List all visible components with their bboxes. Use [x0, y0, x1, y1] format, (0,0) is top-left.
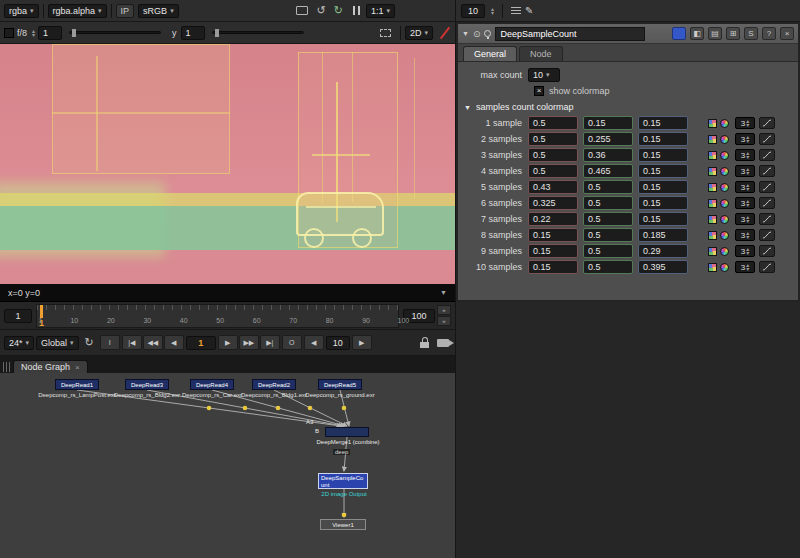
input-process-toggle[interactable]: IP: [116, 4, 135, 18]
sample-b-field[interactable]: 0.29: [638, 244, 688, 258]
color-wheel-icon[interactable]: [720, 199, 729, 208]
color-wheel-icon[interactable]: [720, 167, 729, 176]
tab-general[interactable]: General: [463, 46, 517, 61]
range-start-field[interactable]: 1: [4, 309, 32, 323]
sample-b-field[interactable]: 0.15: [638, 180, 688, 194]
group-collapse-icon[interactable]: ▼: [464, 104, 471, 111]
update-icon[interactable]: ↻: [334, 4, 343, 17]
animation-curve-button[interactable]: [759, 213, 775, 225]
deepread-node[interactable]: DeepRead4: [190, 379, 234, 390]
sample-g-field[interactable]: 0.255: [583, 132, 633, 146]
channel-count-control[interactable]: 3 ▴▾: [735, 245, 755, 257]
view-mode-dropdown[interactable]: 2D ▾: [405, 26, 433, 40]
color-swatch-icon[interactable]: [708, 247, 717, 256]
zoom-dropdown[interactable]: 1:1 ▾: [366, 4, 395, 18]
sample-r-field[interactable]: 0.15: [528, 244, 578, 258]
color-wheel-icon[interactable]: [720, 263, 729, 272]
animation-curve-button[interactable]: [759, 197, 775, 209]
animation-curve-button[interactable]: [759, 133, 775, 145]
playback-back-button[interactable]: ◀◀: [143, 335, 163, 350]
sample-r-field[interactable]: 0.5: [528, 148, 578, 162]
sample-b-field[interactable]: 0.15: [638, 212, 688, 226]
color-swatch-icon[interactable]: [708, 167, 717, 176]
animation-curve-button[interactable]: [759, 181, 775, 193]
animation-curve-button[interactable]: [759, 245, 775, 257]
node-color-swatch-button[interactable]: [672, 27, 686, 40]
color-wheel-icon[interactable]: [720, 215, 729, 224]
set-in-button[interactable]: I: [100, 335, 120, 350]
tab-node[interactable]: Node: [519, 46, 563, 61]
channel-count-control[interactable]: 3 ▴▾: [735, 229, 755, 241]
deepread-node[interactable]: DeepRead1: [55, 379, 99, 390]
color-wheel-icon[interactable]: [720, 135, 729, 144]
channel-count-control[interactable]: 3 ▴▾: [735, 117, 755, 129]
max-panels-field[interactable]: 10: [461, 4, 485, 18]
deepread-node[interactable]: DeepRead3: [125, 379, 169, 390]
pause-icon[interactable]: [353, 6, 360, 15]
bulb-icon[interactable]: [484, 30, 491, 37]
playback-fwd-button[interactable]: ▶▶: [239, 335, 259, 350]
viewer-process-dropdown[interactable]: sRGB ▾: [138, 4, 179, 18]
sample-g-field[interactable]: 0.15: [583, 116, 633, 130]
sample-r-field[interactable]: 0.15: [528, 228, 578, 242]
sample-r-field[interactable]: 0.43: [528, 180, 578, 194]
channel-count-control[interactable]: 3 ▴▾: [735, 149, 755, 161]
fstop-control[interactable]: f/8: [17, 28, 27, 38]
center-node-icon[interactable]: ⊙: [473, 29, 481, 39]
frame-increment-field[interactable]: 10: [326, 336, 350, 350]
range-mode-dropdown[interactable]: Global ▾: [36, 336, 79, 350]
color-swatch-icon[interactable]: [708, 151, 717, 160]
range-up-button[interactable]: «: [437, 305, 451, 315]
refresh-icon[interactable]: ↺: [317, 4, 326, 17]
playback-back-button[interactable]: |◀: [122, 335, 142, 350]
color-swatch-icon[interactable]: [708, 231, 717, 240]
decrement-button[interactable]: ◀: [304, 335, 324, 350]
sample-b-field[interactable]: 0.15: [638, 196, 688, 210]
color-swatch-icon[interactable]: [708, 119, 717, 128]
color-wheel-icon[interactable]: [720, 183, 729, 192]
sample-g-field[interactable]: 0.465: [583, 164, 633, 178]
increment-button[interactable]: ▶: [352, 335, 372, 350]
slider-handle[interactable]: [72, 29, 76, 37]
gamma-slider[interactable]: [212, 31, 304, 34]
viewer-canvas[interactable]: [0, 44, 455, 284]
alpha-channel-dropdown[interactable]: rgba.alpha ▾: [48, 4, 107, 18]
info-dropdown-icon[interactable]: ▼: [440, 289, 447, 296]
sample-b-field[interactable]: 0.185: [638, 228, 688, 242]
animation-curve-button[interactable]: [759, 261, 775, 273]
color-swatch-icon[interactable]: [708, 135, 717, 144]
monitor-icon[interactable]: [296, 6, 308, 15]
color-swatch-icon[interactable]: [708, 199, 717, 208]
sample-g-field[interactable]: 0.5: [583, 212, 633, 226]
sample-b-field[interactable]: 0.15: [638, 116, 688, 130]
expand-panel-icon[interactable]: ⊞: [726, 27, 740, 40]
deepsamplecount-node[interactable]: DeepSampleCount: [318, 473, 368, 489]
collapse-panel-icon[interactable]: ▼: [462, 30, 469, 37]
color-wheel-icon[interactable]: [720, 119, 729, 128]
mask-disabled-icon[interactable]: [439, 27, 451, 39]
channel-count-control[interactable]: 3 ▴▾: [735, 133, 755, 145]
current-frame-field[interactable]: 1: [186, 336, 216, 350]
pane-grip-icon[interactable]: [3, 362, 10, 372]
color-wheel-icon[interactable]: [720, 247, 729, 256]
channel-count-control[interactable]: 3 ▴▾: [735, 261, 755, 273]
deepread-node[interactable]: DeepRead2: [252, 379, 296, 390]
help-button[interactable]: ?: [762, 27, 776, 40]
sample-g-field[interactable]: 0.5: [583, 244, 633, 258]
playback-back-button[interactable]: ◀: [164, 335, 184, 350]
timeline-ruler[interactable]: 1 1102030405060708090100: [36, 304, 399, 328]
viewer1-node[interactable]: Viewer1: [320, 519, 366, 530]
color-wheel-icon[interactable]: [720, 151, 729, 160]
sample-b-field[interactable]: 0.15: [638, 132, 688, 146]
animation-curve-button[interactable]: [759, 229, 775, 241]
set-out-button[interactable]: O: [282, 335, 302, 350]
spinner-icon[interactable]: ▴▾: [491, 7, 494, 15]
roi-icon[interactable]: [380, 29, 391, 37]
sample-r-field[interactable]: 0.5: [528, 132, 578, 146]
channel-count-control[interactable]: 3 ▴▾: [735, 197, 755, 209]
close-icon[interactable]: ×: [75, 363, 80, 372]
stack-panels-icon[interactable]: [511, 7, 521, 14]
playback-fwd-button[interactable]: ▶|: [260, 335, 280, 350]
sample-r-field[interactable]: 0.5: [528, 116, 578, 130]
sample-g-field[interactable]: 0.5: [583, 260, 633, 274]
